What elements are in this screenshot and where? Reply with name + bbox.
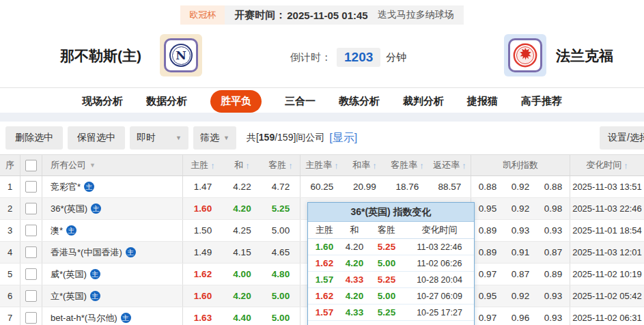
company-cell[interactable]: 竞彩官*主 <box>42 176 183 197</box>
odds-away[interactable]: 5.25 <box>262 198 300 219</box>
tab-win-draw-lose[interactable]: 胜平负 <box>210 90 262 113</box>
column-header-kelly[interactable]: 凯利指数 <box>471 155 570 175</box>
change-time-cell: 2025-11-03 22:46 <box>570 198 644 219</box>
countdown-unit: 分钟 <box>386 51 406 64</box>
section-spacer <box>0 113 644 122</box>
column-header-return-rate[interactable]: 返还率↑ <box>429 155 471 175</box>
company-name: 竞彩官* <box>51 181 81 193</box>
company-cell[interactable]: bet-at-h*(马尔他)主 <box>42 307 183 325</box>
column-header-no[interactable]: 序 <box>0 155 20 175</box>
row-checkbox[interactable] <box>25 225 37 236</box>
select-all-checkbox[interactable] <box>25 160 37 171</box>
column-header-change-time[interactable]: 变化时间↑ <box>570 155 644 175</box>
kelly-value: 0.97 <box>471 313 504 323</box>
column-header-company[interactable]: 所有公司▼ <box>42 155 183 175</box>
odds-draw[interactable]: 4.00 <box>223 264 262 285</box>
popup-history-row: 1.504.506.0010-24 02:52 <box>308 321 474 325</box>
column-header-home-rate[interactable]: 主胜率↑ <box>300 155 344 175</box>
tab-jiebao-cat[interactable]: 捷报猫 <box>467 95 498 108</box>
filter-caret-icon: ▼ <box>89 162 96 169</box>
popup-change-time: 11-03 22:46 <box>405 242 474 252</box>
kelly-value: 0.88 <box>537 182 570 192</box>
tab-live-analysis[interactable]: 现场分析 <box>82 95 123 108</box>
match-info-bar: 欧冠杯 开赛时间： 2025-11-05 01:45 迭戈马拉多纳球场 <box>0 5 644 25</box>
company-cell[interactable]: 香港马*(中国香港)主 <box>42 242 183 263</box>
filter-label: 筛选 <box>200 132 219 144</box>
odds-away[interactable]: 4.72 <box>262 176 300 197</box>
settings-button[interactable]: 设置/选择 <box>600 126 644 150</box>
time-mode-dropdown[interactable]: 即时 ▼ <box>130 126 188 150</box>
popup-change-time: 10-28 20:04 <box>405 275 474 285</box>
tab-expert-picks[interactable]: 高手推荐 <box>521 95 562 108</box>
popup-odds-home: 1.57 <box>308 274 341 285</box>
odds-draw[interactable]: 4.20 <box>223 285 262 307</box>
company-cell[interactable]: 澳*主 <box>42 220 183 241</box>
odds-home[interactable]: 1.60 <box>183 285 223 307</box>
odds-draw[interactable]: 4.20 <box>223 198 262 219</box>
odds-away[interactable]: 4.80 <box>262 264 300 285</box>
row-checkbox[interactable] <box>25 246 37 258</box>
away-team-logo <box>504 34 546 76</box>
league-badge[interactable]: 欧冠杯 <box>180 5 225 25</box>
napoli-crest-icon: N <box>164 38 198 72</box>
column-header-draw[interactable]: 和↑ <box>223 155 262 175</box>
tab-referee-analysis[interactable]: 裁判分析 <box>403 95 444 108</box>
row-number: 1 <box>0 176 20 197</box>
kelly-value: 0.93 <box>537 313 570 323</box>
tab-coach-analysis[interactable]: 教练分析 <box>339 95 380 108</box>
popup-odds-home: 1.57 <box>308 307 341 317</box>
row-number: 7 <box>0 307 20 325</box>
header-divider <box>0 87 644 88</box>
delete-selected-button[interactable]: 删除选中 <box>5 126 63 150</box>
odds-home[interactable]: 1.60 <box>183 198 223 219</box>
odds-home[interactable]: 1.50 <box>183 220 223 241</box>
popup-odds-home: 1.62 <box>308 258 341 268</box>
main-company-badge: 主 <box>90 269 100 279</box>
keep-selected-button[interactable]: 保留选中 <box>68 126 125 150</box>
column-header-home[interactable]: 主胜↑ <box>183 155 223 175</box>
company-cell[interactable]: 36*(英国)主 <box>42 198 183 219</box>
row-checkbox[interactable] <box>25 290 37 302</box>
odds-draw[interactable]: 4.25 <box>223 220 262 241</box>
kelly-cell: 0.880.920.88 <box>471 176 570 197</box>
odds-draw[interactable]: 4.40 <box>223 307 262 325</box>
row-checkbox-cell <box>20 285 42 307</box>
sort-arrow-icon: ↑ <box>419 160 424 171</box>
row-checkbox[interactable] <box>25 268 37 280</box>
kickoff-strip: 开赛时间： 2025-11-05 01:45 迭戈马拉多纳球场 <box>225 5 463 25</box>
company-name: 36*(英国) <box>51 203 87 215</box>
odds-home[interactable]: 1.62 <box>183 264 223 285</box>
tab-data-analysis[interactable]: 数据分析 <box>146 95 187 108</box>
row-checkbox[interactable] <box>25 181 37 193</box>
column-header-check[interactable] <box>20 155 42 175</box>
kelly-value: 0.93 <box>537 291 570 301</box>
column-header-draw-rate[interactable]: 和率↑ <box>344 155 386 175</box>
kelly-value: 0.92 <box>504 203 537 214</box>
odds-away[interactable]: 5.00 <box>262 307 300 325</box>
column-header-away[interactable]: 客胜↑ <box>262 155 300 175</box>
company-cell[interactable]: 威*(英国)主 <box>42 264 183 285</box>
tab-three-in-one[interactable]: 三合一 <box>285 95 316 108</box>
odds-home[interactable]: 1.63 <box>183 307 223 325</box>
odds-draw[interactable]: 4.15 <box>223 242 262 263</box>
odds-away[interactable]: 5.00 <box>262 220 300 241</box>
popup-column-header-draw: 和 <box>341 224 368 236</box>
row-number: 6 <box>0 285 20 307</box>
odds-home[interactable]: 1.49 <box>183 242 223 263</box>
table-header-row: 序所有公司▼主胜↑和↑客胜↑主胜率↑和率↑客胜率↑返还率↑凯利指数变化时间↑ <box>0 154 644 176</box>
main-company-badge: 主 <box>121 313 131 323</box>
odds-away[interactable]: 5.00 <box>262 285 300 307</box>
company-name: 威*(英国) <box>51 268 87 281</box>
time-mode-value: 即时 <box>137 132 156 144</box>
odds-draw[interactable]: 4.22 <box>223 176 262 197</box>
company-cell[interactable]: 立*(英国)主 <box>42 285 183 307</box>
venue-name: 迭戈马拉多纳球场 <box>378 9 454 21</box>
odds-away[interactable]: 4.65 <box>262 242 300 263</box>
row-checkbox[interactable] <box>25 203 37 214</box>
filter-dropdown[interactable]: 筛选 ▼ <box>193 126 236 150</box>
show-link[interactable]: [显示] <box>329 131 357 145</box>
odds-home[interactable]: 1.47 <box>183 176 223 197</box>
main-company-badge: 主 <box>90 291 100 301</box>
column-header-away-rate[interactable]: 客胜率↑ <box>386 155 429 175</box>
row-checkbox[interactable] <box>25 312 37 324</box>
